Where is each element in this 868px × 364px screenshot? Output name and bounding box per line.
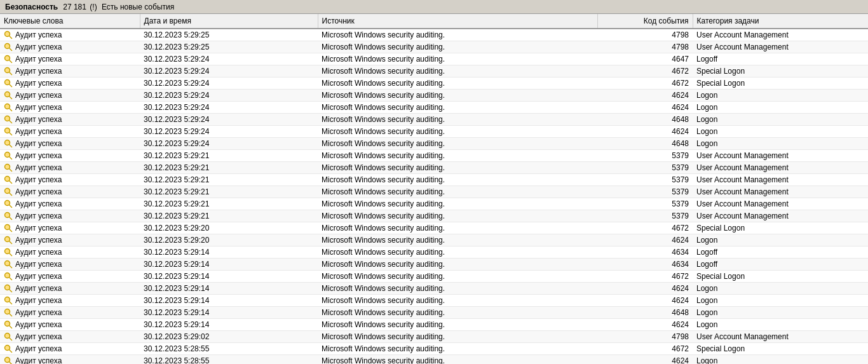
keyword-cell: Аудит успеха <box>0 138 140 150</box>
svg-line-19 <box>10 145 12 147</box>
keyword-text: Аудит успеха <box>15 30 62 39</box>
keyword-cell: Аудит успеха <box>0 78 140 90</box>
svg-line-33 <box>10 229 12 232</box>
source-cell: Microsoft Windows security auditing. <box>318 319 597 331</box>
table-row[interactable]: Аудит успеха 30.12.2023 5:29:24Microsoft… <box>0 53 868 65</box>
table-row[interactable]: Аудит успеха 30.12.2023 5:29:21Microsoft… <box>0 150 868 162</box>
table-row[interactable]: Аудит успеха 30.12.2023 5:29:21Microsoft… <box>0 210 868 222</box>
category-cell: Special Logon <box>693 78 868 90</box>
svg-line-7 <box>10 72 12 75</box>
code-cell: 5379 <box>597 150 693 162</box>
magnifier-icon <box>4 91 13 100</box>
source-cell: Microsoft Windows security auditing. <box>318 53 597 65</box>
table-row[interactable]: Аудит успеха 30.12.2023 5:29:24Microsoft… <box>0 126 868 138</box>
magnifier-icon <box>4 175 13 184</box>
svg-line-15 <box>10 121 12 123</box>
magnifier-icon <box>4 320 13 329</box>
source-cell: Microsoft Windows security auditing. <box>318 198 597 210</box>
keyword-cell: Аудит успеха <box>0 259 140 271</box>
table-row[interactable]: Аудит успеха 30.12.2023 5:28:55Microsoft… <box>0 355 868 365</box>
table-row[interactable]: Аудит успеха 30.12.2023 5:29:14Microsoft… <box>0 283 868 295</box>
table-row[interactable]: Аудит успеха 30.12.2023 5:29:24Microsoft… <box>0 65 868 78</box>
svg-line-25 <box>10 181 12 184</box>
source-cell: Microsoft Windows security auditing. <box>318 138 597 150</box>
code-cell: 4624 <box>597 295 693 307</box>
table-row[interactable]: Аудит успеха 30.12.2023 5:29:02Microsoft… <box>0 331 868 343</box>
col-header-code[interactable]: Код события <box>597 14 693 29</box>
datetime-cell: 30.12.2023 5:29:24 <box>140 138 318 150</box>
magnifier-icon <box>4 55 13 64</box>
keyword-text: Аудит успеха <box>15 248 62 257</box>
category-cell: Logon <box>693 90 868 102</box>
table-row[interactable]: Аудит успеха 30.12.2023 5:29:14Microsoft… <box>0 246 868 259</box>
code-cell: 4798 <box>597 41 693 53</box>
code-cell: 4672 <box>597 343 693 355</box>
magnifier-icon <box>4 212 13 220</box>
svg-line-49 <box>10 326 12 328</box>
keyword-text: Аудит успеха <box>15 212 62 220</box>
category-cell: Logon <box>693 307 868 319</box>
table-row[interactable]: Аудит успеха 30.12.2023 5:29:20Microsoft… <box>0 234 868 246</box>
table-row[interactable]: Аудит успеха 30.12.2023 5:29:21Microsoft… <box>0 186 868 198</box>
magnifier-icon <box>4 344 13 353</box>
col-header-category[interactable]: Категория задачи <box>693 14 868 29</box>
code-cell: 4798 <box>597 331 693 343</box>
keyword-cell: Аудит успеха <box>0 102 140 114</box>
keyword-cell: Аудит успеха <box>0 283 140 295</box>
table-row[interactable]: Аудит успеха 30.12.2023 5:29:24Microsoft… <box>0 138 868 150</box>
magnifier-icon <box>4 103 13 112</box>
table-row[interactable]: Аудит успеха 30.12.2023 5:29:21Microsoft… <box>0 174 868 186</box>
source-cell: Microsoft Windows security auditing. <box>318 174 597 186</box>
source-cell: Microsoft Windows security auditing. <box>318 343 597 355</box>
table-row[interactable]: Аудит успеха 30.12.2023 5:29:14Microsoft… <box>0 259 868 271</box>
code-cell: 4672 <box>597 78 693 90</box>
table-row[interactable]: Аудит успеха 30.12.2023 5:29:24Microsoft… <box>0 114 868 126</box>
magnifier-icon <box>4 332 13 341</box>
datetime-cell: 30.12.2023 5:29:24 <box>140 65 318 78</box>
datetime-cell: 30.12.2023 5:29:21 <box>140 210 318 222</box>
table-row[interactable]: Аудит успеха 30.12.2023 5:29:14Microsoft… <box>0 307 868 319</box>
magnifier-icon <box>4 79 13 88</box>
category-cell: User Account Management <box>693 150 868 162</box>
keyword-text: Аудит успеха <box>15 296 62 305</box>
magnifier-icon <box>4 30 13 39</box>
svg-line-3 <box>10 48 12 51</box>
svg-line-45 <box>10 302 12 304</box>
datetime-cell: 30.12.2023 5:29:21 <box>140 162 318 174</box>
svg-line-41 <box>10 278 12 280</box>
table-row[interactable]: Аудит успеха 30.12.2023 5:29:20Microsoft… <box>0 222 868 234</box>
table-row[interactable]: Аудит успеха 30.12.2023 5:29:14Microsoft… <box>0 319 868 331</box>
keyword-cell: Аудит успеха <box>0 246 140 259</box>
keyword-cell: Аудит успеха <box>0 343 140 355</box>
code-cell: 4624 <box>597 126 693 138</box>
table-row[interactable]: Аудит успеха 30.12.2023 5:29:14Microsoft… <box>0 295 868 307</box>
table-row[interactable]: Аудит успеха 30.12.2023 5:29:25Microsoft… <box>0 29 868 41</box>
category-cell: User Account Management <box>693 162 868 174</box>
col-header-source[interactable]: Источник <box>318 14 597 29</box>
category-cell: User Account Management <box>693 29 868 41</box>
table-row[interactable]: Аудит успеха 30.12.2023 5:29:21Microsoft… <box>0 198 868 210</box>
category-cell: User Account Management <box>693 41 868 53</box>
source-cell: Microsoft Windows security auditing. <box>318 222 597 234</box>
code-cell: 4634 <box>597 259 693 271</box>
keyword-cell: Аудит успеха <box>0 186 140 198</box>
table-row[interactable]: Аудит успеха 30.12.2023 5:29:14Microsoft… <box>0 271 868 283</box>
table-row[interactable]: Аудит успеха 30.12.2023 5:29:24Microsoft… <box>0 90 868 102</box>
table-row[interactable]: Аудит успеха 30.12.2023 5:29:24Microsoft… <box>0 102 868 114</box>
keyword-text: Аудит успеха <box>15 320 62 329</box>
magnifier-icon <box>4 139 13 148</box>
datetime-cell: 30.12.2023 5:29:14 <box>140 246 318 259</box>
code-cell: 5379 <box>597 186 693 198</box>
table-row[interactable]: Аудит успеха 30.12.2023 5:28:55Microsoft… <box>0 343 868 355</box>
table-row[interactable]: Аудит успеха 30.12.2023 5:29:21Microsoft… <box>0 162 868 174</box>
category-cell: Logon <box>693 355 868 365</box>
magnifier-icon <box>4 163 13 172</box>
col-header-datetime[interactable]: Дата и время <box>140 14 318 29</box>
table-row[interactable]: Аудит успеха 30.12.2023 5:29:25Microsoft… <box>0 41 868 53</box>
svg-line-1 <box>10 36 12 39</box>
magnifier-icon <box>4 151 13 160</box>
table-container[interactable]: Ключевые слова Дата и время Источник Код… <box>0 14 868 364</box>
source-cell: Microsoft Windows security auditing. <box>318 41 597 53</box>
table-row[interactable]: Аудит успеха 30.12.2023 5:29:24Microsoft… <box>0 78 868 90</box>
col-header-keywords[interactable]: Ключевые слова <box>0 14 140 29</box>
